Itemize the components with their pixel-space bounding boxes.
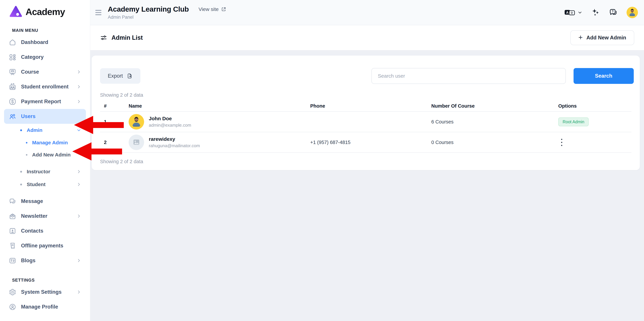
chevron-down-icon bbox=[578, 10, 582, 15]
sidebar-item-offline-payments[interactable]: Offline payments bbox=[4, 238, 86, 253]
column-header-phone: Phone bbox=[310, 103, 431, 109]
sidebar-item-blogs[interactable]: Blogs bbox=[4, 253, 86, 268]
chevron-right-icon bbox=[76, 290, 81, 294]
profile-icon bbox=[9, 303, 16, 311]
language-selector[interactable]: A文 bbox=[564, 9, 582, 16]
sidebar-item-label: Manage Profile bbox=[21, 304, 58, 310]
sidebar-item-label: Contacts bbox=[21, 228, 44, 234]
bullet-icon bbox=[26, 154, 28, 155]
topbar: Academy Learning Club View site Admin Pa… bbox=[90, 0, 644, 25]
sidebar-item-category[interactable]: Category bbox=[4, 50, 86, 65]
sidebar-item-label: Instructor bbox=[27, 169, 50, 175]
plus-icon: + bbox=[578, 34, 583, 41]
app-subtitle: Admin Panel bbox=[108, 15, 226, 20]
users-icon bbox=[9, 113, 16, 120]
bullet-icon bbox=[20, 129, 22, 131]
main-area: Academy Learning Club View site Admin Pa… bbox=[90, 0, 644, 321]
logo-text: Academy bbox=[26, 7, 65, 17]
search-button[interactable]: Search bbox=[574, 68, 634, 84]
chevron-right-icon bbox=[76, 99, 81, 104]
settings-label: SETTINGS bbox=[12, 278, 90, 283]
search-input[interactable] bbox=[372, 68, 566, 84]
sidebar-item-system-settings[interactable]: System Settings bbox=[4, 285, 86, 299]
chevron-right-icon bbox=[76, 182, 81, 187]
user-phone: +1 (957) 687-4815 bbox=[310, 140, 431, 145]
title-block: Academy Learning Club View site Admin Pa… bbox=[108, 5, 226, 20]
sidebar-item-contacts[interactable]: Contacts bbox=[4, 224, 86, 238]
export-file-icon bbox=[126, 73, 133, 79]
sidebar-item-course[interactable]: Course bbox=[4, 65, 86, 79]
export-button[interactable]: Export bbox=[100, 68, 140, 84]
sidebar-item-label: Add New Admin bbox=[32, 152, 70, 158]
sidebar-item-dashboard[interactable]: Dashboard bbox=[4, 35, 86, 50]
sidebar-item-instructor[interactable]: Instructor bbox=[4, 165, 86, 178]
sparkles-icon[interactable] bbox=[591, 8, 600, 17]
admin-list-card: Export Search Showing 2 of 2 data # Name… bbox=[92, 56, 640, 170]
bullet-icon bbox=[20, 171, 22, 173]
sidebar-item-student-enrollment[interactable]: Student enrollment bbox=[4, 79, 86, 94]
sidebar-item-label: Message bbox=[21, 198, 43, 204]
table-header-row: # Name Phone Number Of Course Options bbox=[100, 101, 632, 112]
user-name: John Doe bbox=[149, 116, 191, 121]
svg-text:文: 文 bbox=[570, 11, 574, 15]
user-name: rarewidexy bbox=[149, 136, 200, 142]
sidebar-item-label: Blogs bbox=[21, 257, 36, 264]
sidebar-item-newsletter[interactable]: Newsletter bbox=[4, 209, 86, 224]
category-grid-icon bbox=[9, 53, 16, 61]
sidebar-item-label: Offline payments bbox=[21, 243, 64, 249]
user-courses: 6 Courses bbox=[431, 119, 558, 125]
placeholder-avatar bbox=[129, 134, 144, 150]
content-area: Export Search Showing 2 of 2 data # Name… bbox=[90, 50, 644, 321]
sidebar-item-label: Course bbox=[21, 69, 39, 75]
sidebar-item-label: Payment Report bbox=[21, 98, 61, 105]
options-cell: Root Admin bbox=[558, 117, 632, 126]
name-cell: rarewidexy rahuguna@mailinator.com bbox=[129, 134, 310, 150]
sidebar-item-manage-profile[interactable]: Manage Profile bbox=[4, 299, 86, 314]
showing-count-top: Showing 2 of 2 data bbox=[100, 92, 632, 98]
view-site-link[interactable]: View site bbox=[198, 7, 226, 12]
showing-count-bottom: Showing 2 of 2 data bbox=[100, 159, 632, 164]
sidebar-item-users[interactable]: Users bbox=[4, 109, 86, 124]
main-menu-label: MAIN MENU bbox=[12, 28, 90, 33]
red-arrow-manage-admin bbox=[72, 142, 92, 160]
sidebar-item-message[interactable]: Message bbox=[4, 194, 86, 209]
chevron-right-icon bbox=[76, 169, 81, 174]
svg-text:?: ? bbox=[612, 10, 614, 13]
help-chat-icon[interactable]: ? bbox=[609, 8, 618, 17]
chevron-right-icon bbox=[76, 214, 81, 218]
message-icon bbox=[9, 198, 16, 205]
table-row: 1 John Doe admin@example.com 6 Courses R… bbox=[100, 112, 632, 132]
gear-icon bbox=[9, 288, 16, 296]
name-cell: John Doe admin@example.com bbox=[129, 114, 310, 129]
add-new-admin-label: Add New Admin bbox=[586, 35, 626, 41]
sidebar-item-label: Category bbox=[21, 54, 44, 60]
sidebar-item-label: Manage Admin bbox=[32, 140, 68, 145]
chevron-right-icon bbox=[76, 70, 81, 74]
sidebar-item-label: Student bbox=[27, 182, 46, 187]
column-header-index: # bbox=[104, 103, 129, 109]
user-email: admin@example.com bbox=[149, 123, 191, 128]
options-cell bbox=[558, 138, 632, 147]
sidebar-item-label: System Settings bbox=[21, 289, 62, 295]
chevron-right-icon bbox=[76, 84, 81, 89]
course-icon bbox=[9, 68, 16, 76]
view-site-label: View site bbox=[198, 7, 219, 12]
user-email: rahuguna@mailinator.com bbox=[149, 143, 200, 148]
page-title: Admin List bbox=[112, 34, 143, 41]
payment-dollar-icon bbox=[9, 98, 16, 105]
sidebar-item-admin[interactable]: Admin bbox=[4, 124, 86, 136]
sidebar-item-label: Dashboard bbox=[21, 39, 48, 45]
sidebar-item-student[interactable]: Student bbox=[4, 178, 86, 191]
logo[interactable]: Academy bbox=[0, 0, 90, 19]
external-link-icon bbox=[221, 7, 226, 12]
column-header-name: Name bbox=[129, 103, 310, 109]
sidebar-item-payment-report[interactable]: Payment Report bbox=[4, 94, 86, 109]
app-title: Academy Learning Club bbox=[108, 5, 189, 13]
user-avatar[interactable] bbox=[626, 7, 638, 18]
add-new-admin-button[interactable]: + Add New Admin bbox=[570, 30, 634, 45]
sidebar-item-label: Newsletter bbox=[21, 213, 48, 219]
kebab-menu-icon[interactable] bbox=[558, 138, 565, 147]
root-admin-badge: Root Admin bbox=[558, 117, 589, 126]
page-header-band: Admin List + Add New Admin bbox=[90, 25, 644, 50]
hamburger-menu-icon[interactable] bbox=[95, 10, 102, 15]
